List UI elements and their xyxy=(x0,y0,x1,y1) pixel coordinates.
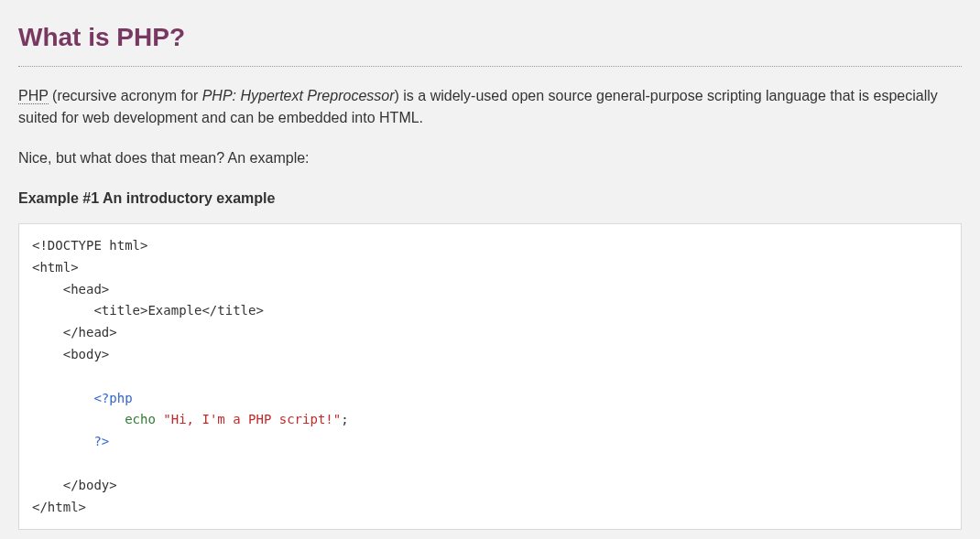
intro-pre-text: (recursive acronym for xyxy=(49,88,202,103)
php-close-tag: ?> xyxy=(93,434,109,448)
php-abbr: PHP xyxy=(18,88,49,104)
intro-paragraph: PHP (recursive acronym for PHP: Hypertex… xyxy=(18,85,962,129)
php-keyword-echo: echo xyxy=(125,412,163,426)
php-open-tag: <?php xyxy=(93,391,132,405)
code-block: <!DOCTYPE html> <html> <head> <title>Exa… xyxy=(18,223,962,530)
question-paragraph: Nice, but what does that mean? An exampl… xyxy=(18,147,962,169)
code-line: </html> xyxy=(32,500,86,514)
php-string: "Hi, I'm a PHP script!" xyxy=(163,412,341,426)
code-indent xyxy=(32,434,93,448)
code-line: </head> xyxy=(32,325,117,340)
example-caption: Example #1 An introductory example xyxy=(18,188,962,210)
code-line: <html> xyxy=(32,260,79,275)
code-line: <title>Example</title> xyxy=(32,303,264,318)
code-line: <body> xyxy=(32,347,109,361)
code-indent xyxy=(32,391,93,405)
page-title: What is PHP? xyxy=(18,18,962,67)
php-semicolon: ; xyxy=(341,412,348,426)
php-expansion: PHP: Hypertext Preprocessor xyxy=(202,88,395,103)
code-line: </body> xyxy=(32,478,117,492)
code-line: <head> xyxy=(32,282,109,296)
code-line: <!DOCTYPE html> xyxy=(32,238,147,253)
code-indent xyxy=(32,412,125,426)
